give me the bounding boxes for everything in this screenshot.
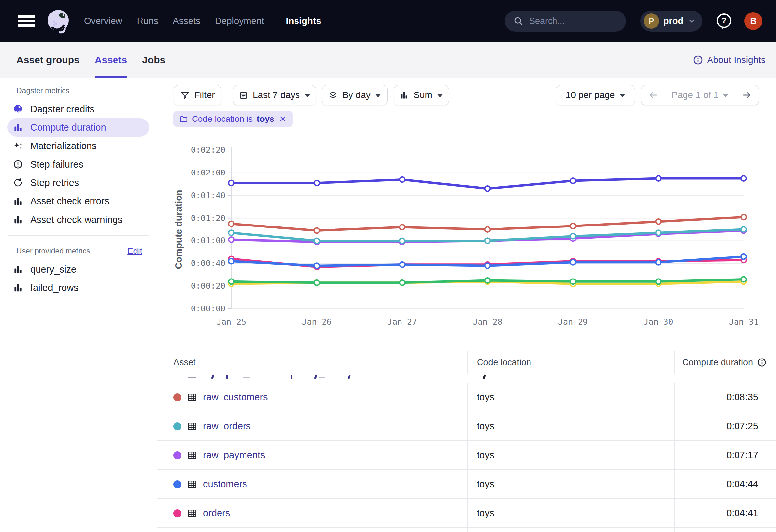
data-point-raw_customers [399, 224, 405, 230]
sidebar-item-query_size[interactable]: query_size [7, 260, 149, 279]
asset-link[interactable]: orders [203, 508, 230, 519]
sidebar-item-label: Asset check errors [30, 196, 109, 207]
sidebar-section-title: User provided metricsEdit [16, 243, 142, 258]
next-page-button[interactable] [735, 85, 759, 105]
x-axis-tick-label: Jan 30 [643, 317, 673, 327]
tab-assets[interactable]: Assets [95, 42, 127, 78]
page-size-dropdown[interactable]: 10 per page [556, 85, 635, 105]
y-axis-tick-label: 0:00:40 [191, 258, 225, 268]
bar-chart-icon [13, 123, 23, 132]
table-row: orderstoys0:04:41 [157, 499, 776, 528]
x-axis-tick-label: Jan 26 [302, 317, 331, 327]
nav-item-insights-active[interactable]: Insights [286, 16, 321, 26]
data-point-customers [656, 260, 661, 265]
search-field[interactable] [529, 16, 646, 27]
data-point-unlabeled-green-series [656, 279, 661, 284]
hamburger-menu-icon[interactable] [18, 14, 35, 28]
previous-page-button[interactable] [641, 85, 665, 105]
filter-button[interactable]: Filter [174, 85, 221, 105]
sidebar-item-label: Step retries [30, 177, 79, 188]
sidebar-item-label: Materializations [30, 141, 96, 151]
series-color-dot [173, 422, 181, 430]
nav-item-deployment[interactable]: Deployment [215, 16, 264, 26]
info-icon [693, 55, 703, 65]
compute-duration-value: 0:04:41 [726, 508, 758, 519]
nav-item-runs[interactable]: Runs [137, 16, 158, 26]
search-input[interactable]: / [505, 11, 626, 32]
deployment-avatar: P [644, 13, 659, 29]
sidebar-item-step-failures[interactable]: Step failures [7, 155, 149, 173]
data-point-raw_payments [229, 237, 234, 242]
about-insights-link[interactable]: About Insights [693, 42, 765, 78]
user-avatar[interactable]: B [744, 12, 762, 30]
sidebar-item-failed_rows[interactable]: failed_rows [7, 279, 149, 297]
y-axis-tick-label: 0:02:00 [191, 168, 225, 177]
sidebar-item-materializations[interactable]: Materializations [7, 137, 149, 155]
series-color-dot [173, 393, 181, 401]
data-point-customers [570, 260, 576, 265]
asset-link[interactable]: raw_orders [203, 421, 251, 431]
partially-scrolled-row[interactable] [157, 374, 776, 383]
dagster-logo-icon[interactable] [46, 9, 71, 34]
top-nav: OverviewRunsAssetsDeploymentInsights / P… [0, 0, 776, 42]
data-point-customers [399, 262, 405, 267]
asset-link[interactable]: raw_customers [203, 392, 268, 403]
asset-link[interactable]: raw_payments [203, 450, 265, 461]
assets-table: Asset Code location Compute duration raw… [157, 351, 776, 532]
data-point-customers [314, 263, 320, 268]
y-axis-title: Compute duration [173, 190, 184, 269]
compute-duration-column-header: Compute duration [674, 351, 776, 374]
compute-duration-value: 0:04:44 [726, 479, 758, 490]
tab-asset-groups[interactable]: Asset groups [16, 42, 80, 78]
code-location-filter-chip[interactable]: Code location is toys [173, 111, 293, 127]
table-row: raw_orderstoys0:07:25 [157, 412, 776, 441]
caret-down-icon [375, 94, 381, 98]
data-point-raw_customers [485, 227, 491, 232]
y-axis-tick-label: 0:01:20 [191, 213, 225, 223]
deployment-switcher[interactable]: P prod [640, 11, 702, 32]
data-point-raw_customers [570, 223, 576, 229]
data-point-unlabeled-top-series [570, 178, 576, 183]
sidebar-item-step-retries[interactable]: Step retries [7, 173, 149, 192]
data-point-raw_orders [656, 230, 661, 235]
pagination: Page 1 of 1 [641, 85, 759, 105]
sidebar-item-asset-check-errors[interactable]: Asset check errors [7, 192, 149, 210]
x-axis-tick-label: Jan 29 [558, 317, 588, 327]
table-row: raw_paymentstoys0:07:17 [157, 441, 776, 470]
data-point-raw_orders [229, 230, 234, 235]
sidebar-item-compute-duration[interactable]: Compute duration [7, 118, 149, 137]
caret-down-icon [305, 94, 310, 98]
edit-link[interactable]: Edit [127, 246, 142, 256]
tab-jobs[interactable]: Jobs [142, 42, 165, 78]
table-row: raw_customerstoys0:08:35 [157, 383, 776, 412]
sidebar-item-asset-check-warnings[interactable]: Asset check warnings [7, 210, 149, 229]
sidebar-item-label: query_size [30, 264, 76, 275]
deployment-name: prod [663, 16, 683, 26]
page-indicator-dropdown[interactable]: Page 1 of 1 [665, 85, 735, 105]
code-location-value: toys [477, 508, 494, 519]
bar-chart-icon [13, 215, 23, 224]
data-point-raw_orders [314, 238, 320, 243]
asset-link[interactable]: customers [203, 479, 247, 490]
code-location-column-header: Code location [467, 351, 674, 374]
caret-down-icon [437, 94, 443, 98]
nav-item-overview[interactable]: Overview [84, 16, 123, 26]
close-icon[interactable] [279, 115, 286, 123]
table-asset-icon [187, 479, 197, 489]
sidebar-item-dagster-credits[interactable]: Dagster credits [7, 100, 149, 118]
table-asset-icon [187, 508, 197, 518]
y-axis-tick-label: 0:01:40 [191, 191, 225, 200]
help-icon[interactable]: ? [716, 12, 733, 30]
info-icon[interactable] [757, 358, 767, 367]
controls-divider [227, 86, 227, 104]
aggregation-dropdown[interactable]: Sum [394, 85, 449, 105]
layers-icon [329, 91, 338, 100]
metrics-sidebar: Dagster metricsDagster creditsCompute du… [0, 78, 157, 532]
nav-item-assets[interactable]: Assets [173, 16, 200, 26]
group-by-dropdown[interactable]: By day [322, 85, 388, 105]
date-range-dropdown[interactable]: Last 7 days [233, 85, 316, 105]
asset-column-header: Asset [157, 351, 467, 374]
folder-icon [179, 115, 188, 123]
data-point-raw_orders [570, 234, 576, 239]
caret-down-icon [619, 94, 625, 98]
